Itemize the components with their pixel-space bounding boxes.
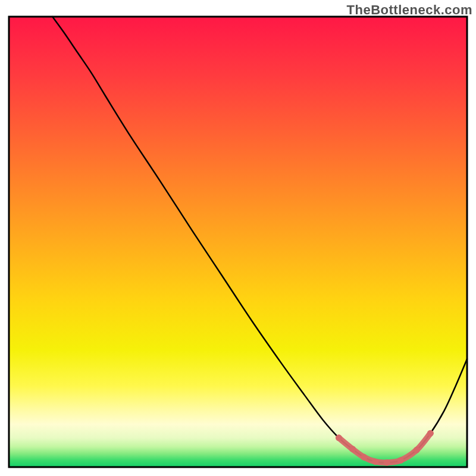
valley-marker-dot — [397, 457, 404, 464]
chart-svg — [0, 0, 476, 476]
valley-marker-dot — [336, 434, 342, 441]
valley-marker-dot — [361, 454, 367, 461]
gradient-background — [9, 17, 467, 467]
valley-marker-dot — [349, 446, 356, 452]
chart-container: TheBottleneck.com — [0, 0, 476, 476]
valley-marker-dot — [414, 447, 420, 453]
valley-marker-dot — [372, 458, 379, 465]
valley-marker-dot — [427, 430, 434, 437]
valley-marker-dot — [384, 459, 390, 466]
